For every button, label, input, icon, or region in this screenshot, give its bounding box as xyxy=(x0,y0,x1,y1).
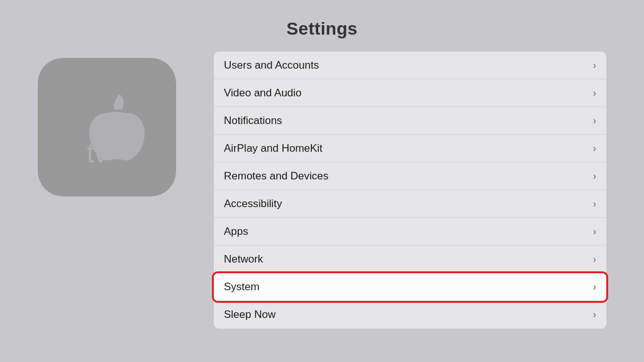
settings-item-notifications[interactable]: Notifications› xyxy=(214,107,606,135)
settings-item-label-apps: Apps xyxy=(224,225,248,238)
settings-item-apps[interactable]: Apps› xyxy=(214,218,606,246)
settings-item-accessibility[interactable]: Accessibility› xyxy=(214,190,606,218)
chevron-right-icon: › xyxy=(593,143,596,154)
settings-item-label-network: Network xyxy=(224,253,263,266)
chevron-right-icon: › xyxy=(593,60,596,71)
settings-list: Users and Accounts›Video and Audio›Notif… xyxy=(214,52,606,329)
chevron-right-icon: › xyxy=(593,88,596,99)
settings-item-label-users-and-accounts: Users and Accounts xyxy=(224,59,319,72)
settings-item-label-accessibility: Accessibility xyxy=(224,198,282,210)
chevron-right-icon: › xyxy=(593,309,596,320)
settings-item-label-remotes-and-devices: Remotes and Devices xyxy=(224,170,328,183)
settings-item-label-airplay-and-homekit: AirPlay and HomeKit xyxy=(224,142,323,155)
settings-item-video-and-audio[interactable]: Video and Audio› xyxy=(214,79,606,107)
settings-item-sleep-now[interactable]: Sleep Now› xyxy=(214,301,606,329)
settings-item-label-notifications: Notifications xyxy=(224,115,282,127)
settings-item-network[interactable]: Network› xyxy=(214,246,606,273)
settings-item-airplay-and-homekit[interactable]: AirPlay and HomeKit› xyxy=(214,135,606,162)
settings-item-system[interactable]: System› xyxy=(214,273,606,301)
chevron-right-icon: › xyxy=(593,226,596,237)
chevron-right-icon: › xyxy=(593,115,596,127)
settings-item-label-sleep-now: Sleep Now xyxy=(224,308,275,321)
page-container: Settings tv Users and Accounts›Video and… xyxy=(0,0,644,362)
chevron-right-icon: › xyxy=(593,198,596,210)
chevron-right-icon: › xyxy=(593,254,596,265)
settings-item-users-and-accounts[interactable]: Users and Accounts› xyxy=(214,52,606,79)
page-title: Settings xyxy=(287,19,358,39)
settings-item-label-video-and-audio: Video and Audio xyxy=(224,87,302,99)
svg-text:tv: tv xyxy=(87,139,108,168)
chevron-right-icon: › xyxy=(593,281,596,293)
settings-item-label-system: System xyxy=(224,281,260,293)
apple-tv-logo: tv xyxy=(38,58,176,196)
chevron-right-icon: › xyxy=(593,171,596,182)
content-area: tv Users and Accounts›Video and Audio›No… xyxy=(0,52,644,329)
settings-item-remotes-and-devices[interactable]: Remotes and Devices› xyxy=(214,162,606,190)
